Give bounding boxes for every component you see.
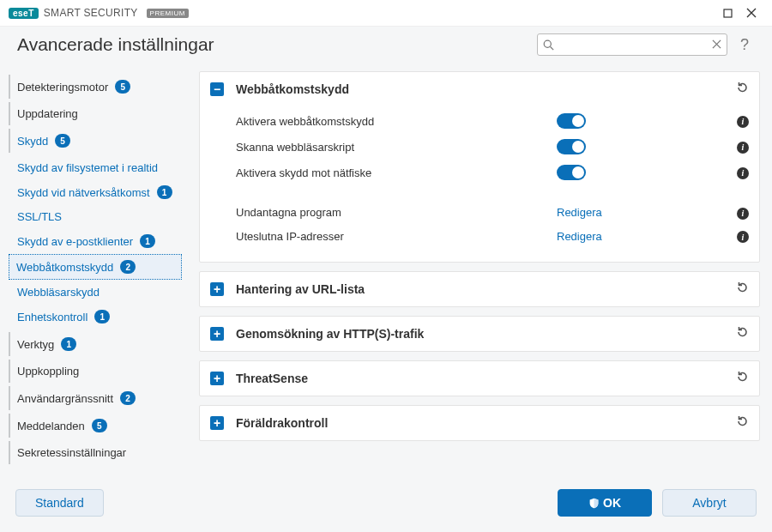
sidebar-item-badge: 1 bbox=[140, 234, 155, 248]
sidebar-item-label: Enhetskontroll bbox=[17, 311, 87, 323]
setting-row-2: Aktivera skydd mot nätfiskei bbox=[236, 160, 749, 185]
page-title: Avancerade inställningar bbox=[17, 34, 214, 55]
app-window: eseT SMART SECURITY PREMIUM Avancerade i… bbox=[0, 0, 772, 532]
collapse-icon[interactable]: − bbox=[210, 82, 224, 96]
info-cell: i bbox=[728, 206, 749, 220]
setting-control bbox=[557, 139, 728, 154]
close-icon bbox=[746, 8, 757, 18]
panel-3: +ThreatSense bbox=[199, 360, 760, 396]
reset-button[interactable] bbox=[735, 81, 749, 98]
cancel-button[interactable]: Avbryt bbox=[662, 489, 757, 517]
footer: Standard OK Avbryt bbox=[0, 479, 772, 532]
sidebar-item-5[interactable]: SSL/TLS bbox=[9, 205, 182, 228]
reset-button[interactable] bbox=[735, 414, 749, 432]
panel-title: Webbåtkomstskydd bbox=[236, 82, 735, 96]
brand-text: SMART SECURITY bbox=[44, 7, 138, 19]
expand-icon[interactable]: + bbox=[210, 372, 224, 385]
panel-title: Föräldrakontroll bbox=[236, 416, 735, 430]
sidebar-item-14[interactable]: Sekretessinställningar bbox=[9, 441, 182, 464]
sidebar-item-8[interactable]: Webbläsarskydd bbox=[9, 281, 182, 304]
help-button[interactable]: ? bbox=[734, 36, 755, 54]
undo-icon bbox=[735, 414, 749, 428]
setting-label: Aktivera skydd mot nätfiske bbox=[236, 166, 557, 179]
panel-header[interactable]: +Föräldrakontroll bbox=[200, 406, 759, 440]
clear-icon bbox=[712, 39, 721, 49]
sidebar-item-1[interactable]: Uppdatering bbox=[9, 102, 182, 125]
panel-header[interactable]: −Webbåtkomstskydd bbox=[200, 72, 759, 106]
info-icon[interactable]: i bbox=[737, 142, 749, 154]
expand-icon[interactable]: + bbox=[210, 327, 224, 341]
content-area: −WebbåtkomstskyddAktivera webbåtkomstsky… bbox=[190, 68, 772, 479]
info-icon[interactable]: i bbox=[737, 231, 749, 243]
sidebar-item-label: Skydd bbox=[17, 135, 48, 148]
edit-link[interactable]: Redigera bbox=[557, 230, 602, 243]
search-clear-button[interactable] bbox=[712, 38, 721, 51]
info-cell: i bbox=[728, 140, 749, 154]
sidebar-item-2[interactable]: Skydd5 bbox=[9, 129, 182, 153]
panel-0: −WebbåtkomstskyddAktivera webbåtkomstsky… bbox=[199, 71, 760, 263]
info-icon[interactable]: i bbox=[737, 116, 749, 128]
search-input[interactable] bbox=[558, 39, 709, 51]
expand-icon[interactable]: + bbox=[210, 416, 224, 430]
panel-body: Aktivera webbåtkomstskyddiSkanna webbläs… bbox=[200, 106, 759, 262]
sidebar-item-badge: 5 bbox=[92, 419, 107, 432]
sidebar-item-12[interactable]: Användargränssnitt2 bbox=[9, 386, 182, 410]
sidebar-item-11[interactable]: Uppkoppling bbox=[9, 360, 182, 383]
page-header: Avancerade inställningar ? bbox=[0, 26, 772, 68]
sidebar-item-label: Skydd av e-postklienter bbox=[17, 235, 133, 248]
edit-link[interactable]: Redigera bbox=[557, 206, 602, 219]
sidebar-item-10[interactable]: Verktyg1 bbox=[9, 332, 182, 356]
setting-label: Aktivera webbåtkomstskydd bbox=[236, 115, 557, 128]
sidebar-item-6[interactable]: Skydd av e-postklienter1 bbox=[9, 229, 182, 253]
panel-header[interactable]: +ThreatSense bbox=[200, 361, 759, 396]
info-icon[interactable]: i bbox=[737, 167, 749, 179]
sidebar-item-label: Skydd vid nätverksåtkomst bbox=[17, 186, 150, 199]
reset-button[interactable] bbox=[735, 281, 749, 298]
reset-button[interactable] bbox=[735, 370, 749, 387]
default-button[interactable]: Standard bbox=[15, 489, 104, 517]
sidebar-item-7[interactable]: Webbåtkomstskydd2 bbox=[9, 254, 182, 280]
maximize-button[interactable] bbox=[715, 1, 739, 25]
sidebar-item-label: Webbåtkomstskydd bbox=[16, 261, 113, 274]
setting-row-4: Undantagna programRedigerai bbox=[236, 201, 749, 225]
svg-point-1 bbox=[544, 40, 551, 47]
info-cell: i bbox=[728, 230, 749, 244]
panel-title: ThreatSense bbox=[236, 372, 735, 385]
svg-rect-0 bbox=[724, 9, 732, 17]
square-icon bbox=[723, 9, 733, 18]
sidebar-item-badge: 1 bbox=[61, 337, 76, 351]
expand-icon[interactable]: + bbox=[210, 282, 224, 296]
search-icon bbox=[543, 39, 554, 51]
brand-badge: eseT bbox=[9, 8, 39, 19]
sidebar-item-0[interactable]: Detekteringsmotor5 bbox=[9, 75, 182, 99]
search-box[interactable] bbox=[537, 33, 727, 56]
setting-row-0: Aktivera webbåtkomstskyddi bbox=[236, 108, 749, 134]
info-icon[interactable]: i bbox=[737, 208, 749, 220]
svg-line-2 bbox=[551, 46, 554, 50]
setting-label: Uteslutna IP-adresser bbox=[236, 230, 557, 243]
sidebar-item-badge: 1 bbox=[157, 185, 172, 199]
toggle-switch[interactable] bbox=[557, 165, 586, 180]
sidebar-item-4[interactable]: Skydd vid nätverksåtkomst1 bbox=[9, 180, 182, 204]
sidebar: Detekteringsmotor5UppdateringSkydd5Skydd… bbox=[0, 68, 190, 479]
sidebar-item-13[interactable]: Meddelanden5 bbox=[9, 414, 182, 438]
panel-1: +Hantering av URL-lista bbox=[199, 271, 760, 307]
setting-label: Undantagna program bbox=[236, 206, 557, 219]
toggle-switch[interactable] bbox=[557, 139, 586, 154]
toggle-switch[interactable] bbox=[557, 113, 586, 129]
body: Detekteringsmotor5UppdateringSkydd5Skydd… bbox=[0, 68, 772, 479]
sidebar-item-label: Användargränssnitt bbox=[17, 392, 113, 405]
ok-button[interactable]: OK bbox=[558, 489, 652, 517]
panel-header[interactable]: +Genomsökning av HTTP(S)-trafik bbox=[200, 317, 759, 351]
undo-icon bbox=[735, 81, 749, 94]
sidebar-item-9[interactable]: Enhetskontroll1 bbox=[9, 305, 182, 329]
sidebar-item-badge: 2 bbox=[120, 260, 136, 274]
close-button[interactable] bbox=[739, 1, 763, 25]
sidebar-item-3[interactable]: Skydd av filsystemet i realtid bbox=[9, 156, 182, 179]
reset-button[interactable] bbox=[735, 325, 749, 342]
setting-control bbox=[557, 113, 728, 129]
setting-label: Skanna webbläsarskript bbox=[236, 141, 557, 154]
panel-header[interactable]: +Hantering av URL-lista bbox=[200, 272, 759, 306]
setting-control: Redigera bbox=[557, 230, 728, 243]
info-cell: i bbox=[728, 166, 749, 179]
